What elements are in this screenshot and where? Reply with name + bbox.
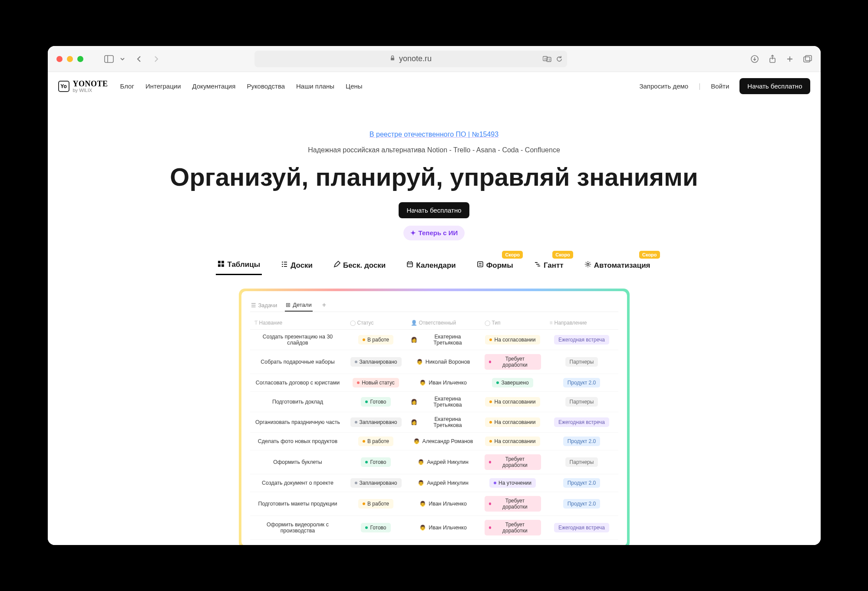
avatar: 👨 xyxy=(419,380,426,386)
feature-tab-gantt[interactable]: ГанттСкоро xyxy=(532,256,565,275)
cell-person: 👨Александр Романов xyxy=(406,432,480,450)
cell-name: Сделать фото новых продуктов xyxy=(250,432,346,450)
cell-status: Готово xyxy=(346,450,406,474)
view-tabs: ☰Задачи⊞Детали+ xyxy=(250,299,618,312)
logo-text: YONOTE xyxy=(73,79,108,89)
cell-type: Требует доработки xyxy=(480,350,545,374)
table-row[interactable]: Подготовить макеты продукцииВ работе👨Ива… xyxy=(250,492,618,515)
column-header[interactable]: ≡Направление xyxy=(545,316,618,330)
start-free-button[interactable]: Начать бесплатно xyxy=(739,78,810,94)
share-icon[interactable] xyxy=(769,55,776,63)
add-view-button[interactable]: + xyxy=(320,301,329,309)
cell-person: 👩Екатерина Третьякова xyxy=(406,329,480,350)
cell-name: Согласовать договор с юристами xyxy=(250,374,346,391)
cell-type: На согласовании xyxy=(480,391,545,412)
table-row[interactable]: Создать документ о проектеЗапланировано👨… xyxy=(250,474,618,492)
cell-name: Подготовить макеты продукции xyxy=(250,492,346,515)
view-tab[interactable]: ☰Задачи xyxy=(250,299,278,311)
column-icon: 👤 xyxy=(411,320,417,326)
column-header[interactable]: ƬНазвание xyxy=(250,316,346,330)
feature-tabs: ТаблицыДоскиБеск. доскиКалендариФормыСко… xyxy=(56,256,812,276)
cell-person: 👨Иван Ильченко xyxy=(406,492,480,515)
tab-label: Доски xyxy=(290,261,313,270)
view-tab[interactable]: ⊞Детали xyxy=(285,299,313,312)
feature-tab-automation[interactable]: АвтоматизацияСкоро xyxy=(583,256,652,275)
reload-icon[interactable] xyxy=(556,56,563,62)
feature-tab-pen[interactable]: Беск. доски xyxy=(332,256,387,275)
nav-link[interactable]: Цены xyxy=(346,82,363,90)
feature-tab-calendar[interactable]: Календари xyxy=(405,256,457,275)
new-tab-icon[interactable] xyxy=(786,55,794,63)
site-header: Yo YONOTE by WILIX БлогИнтеграцииДокумен… xyxy=(48,72,821,100)
cell-name: Организовать праздничную часть xyxy=(250,412,346,432)
url-text: yonote.ru xyxy=(399,54,432,63)
table-row[interactable]: Сделать фото новых продуктовВ работе👨Але… xyxy=(250,432,618,450)
table-row[interactable]: Подготовить докладГотово👩Екатерина Треть… xyxy=(250,391,618,412)
nav-link[interactable]: Документация xyxy=(192,82,236,90)
cell-name: Создать презентацию на 30 слайдов xyxy=(250,329,346,350)
feature-tab-grid[interactable]: Таблицы xyxy=(216,256,262,275)
cell-person: 👨Иван Ильченко xyxy=(406,374,480,391)
cell-person: 👨Иван Ильченко xyxy=(406,515,480,539)
column-header[interactable]: ◯Статус xyxy=(346,316,406,330)
calendar-icon xyxy=(406,261,413,270)
translate-icon[interactable]: A文 xyxy=(543,56,551,62)
back-button[interactable] xyxy=(135,55,143,63)
svg-rect-25 xyxy=(407,262,413,267)
cell-direction: Продукт 2.0 xyxy=(545,492,618,515)
svg-rect-13 xyxy=(804,57,810,62)
table-row[interactable]: Согласовать договор с юристамиНовый стат… xyxy=(250,374,618,391)
feature-tab-form[interactable]: ФормыСкоро xyxy=(475,256,515,275)
table-row[interactable]: Создать презентацию на 30 слайдовВ работ… xyxy=(250,329,618,350)
svg-rect-15 xyxy=(218,261,221,263)
column-icon: ≡ xyxy=(550,320,553,326)
nav-link[interactable]: Руководства xyxy=(247,82,285,90)
cell-name: Оформить буклеты xyxy=(250,450,346,474)
downloads-icon[interactable] xyxy=(750,55,759,63)
registry-link[interactable]: В реестре отечественного ПО | №15493 xyxy=(370,131,498,138)
soon-badge: Скоро xyxy=(552,251,573,259)
tabs-overview-icon[interactable] xyxy=(803,55,812,63)
maximize-window-button[interactable] xyxy=(77,56,83,62)
table-row[interactable]: Собрать подарочные наборыЗапланировано👨Н… xyxy=(250,350,618,374)
main-nav: БлогИнтеграцииДокументацияРуководстваНаш… xyxy=(120,82,363,90)
cell-person: 👨Андрей Никулин xyxy=(406,450,480,474)
url-bar[interactable]: yonote.ru A文 xyxy=(254,51,567,67)
close-window-button[interactable] xyxy=(56,56,63,62)
feature-tab-board[interactable]: Доски xyxy=(279,256,314,275)
table-row[interactable]: Оформить видеоролик с производстваГотово… xyxy=(250,515,618,539)
column-header[interactable]: ◯Тип xyxy=(480,316,545,330)
ai-badge[interactable]: ✦ Теперь с ИИ xyxy=(403,226,465,240)
cell-status: Новый статус xyxy=(346,374,406,391)
form-icon xyxy=(477,261,484,270)
login-link[interactable]: Войти xyxy=(711,82,729,90)
nav-link[interactable]: Блог xyxy=(120,82,134,90)
cell-person: 👨Николай Воронов xyxy=(406,350,480,374)
cell-direction: Ежегодная встреча xyxy=(545,412,618,432)
logo[interactable]: Yo YONOTE by WILIX xyxy=(58,79,108,93)
soon-badge: Скоро xyxy=(639,251,660,259)
cell-status: В работе xyxy=(346,432,406,450)
column-header[interactable]: 👤Ответственный xyxy=(406,316,480,330)
table-row[interactable]: Оформить буклетыГотово👨Андрей НикулинТре… xyxy=(250,450,618,474)
cell-type: Требует доработки xyxy=(480,492,545,515)
request-demo-link[interactable]: Запросить демо xyxy=(639,82,688,90)
svg-rect-14 xyxy=(805,56,812,61)
hero-cta-button[interactable]: Начать бесплатно xyxy=(399,202,469,218)
cell-type: На согласовании xyxy=(480,329,545,350)
table-row[interactable]: Организовать праздничную частьЗапланиров… xyxy=(250,412,618,432)
grid-icon xyxy=(218,260,224,269)
cell-type: На согласовании xyxy=(480,412,545,432)
cell-status: Запланировано xyxy=(346,474,406,492)
forward-button[interactable] xyxy=(152,55,160,63)
sidebar-toggle-icon[interactable] xyxy=(104,55,114,63)
minimize-window-button[interactable] xyxy=(67,56,73,62)
soon-badge: Скоро xyxy=(502,251,522,259)
cell-status: В работе xyxy=(346,492,406,515)
tab-label: Календари xyxy=(416,261,455,270)
nav-link[interactable]: Интеграции xyxy=(145,82,181,90)
svg-rect-16 xyxy=(221,261,224,263)
svg-text:A: A xyxy=(544,57,546,60)
chevron-down-icon[interactable] xyxy=(120,56,125,62)
nav-link[interactable]: Наши планы xyxy=(296,82,334,90)
